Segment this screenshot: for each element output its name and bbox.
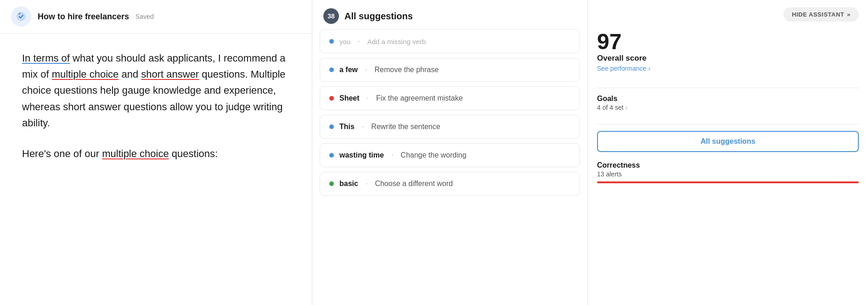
- suggestion-action-afew: Remove the phrase: [374, 66, 439, 74]
- document-header: How to hire freelancers Saved: [0, 0, 312, 34]
- doc-title: How to hire freelancers: [38, 12, 129, 22]
- suggestion-action-sheet: Fix the agreement mistake: [376, 94, 463, 102]
- correctness-alerts: 13 alerts: [597, 170, 859, 178]
- left-panel: How to hire freelancers Saved In terms o…: [0, 0, 312, 305]
- goals-arrow-icon: ›: [626, 104, 628, 111]
- suggestion-sep-basic: ·: [366, 180, 367, 188]
- suggestion-word-sheet: Sheet: [339, 94, 360, 102]
- dot-blue-afew: [329, 68, 334, 72]
- divider-1: [597, 88, 859, 88]
- goals-title: Goals: [597, 95, 859, 103]
- dot-blue-you: [329, 39, 334, 44]
- logo-icon: [11, 6, 31, 27]
- suggestion-card-afew[interactable]: a few · Remove the phrase: [320, 58, 580, 82]
- dot-red-sheet: [329, 96, 334, 101]
- suggestion-sep-wasting: ·: [391, 151, 393, 159]
- see-performance-link[interactable]: See performance ›: [597, 65, 859, 72]
- dot-green-basic: [329, 181, 334, 186]
- suggestion-sep-sheet: ·: [367, 94, 369, 102]
- right-panel: HIDE ASSISTANT » 97 Overall score See pe…: [588, 0, 868, 305]
- suggestion-action-basic: Choose a different word: [375, 180, 453, 188]
- suggestions-count-badge: 38: [323, 8, 339, 24]
- hide-assistant-icon: »: [847, 11, 851, 18]
- divider-2: [597, 124, 859, 124]
- suggestions-list: you · Add a missing verb a few · Remove …: [312, 29, 587, 305]
- hide-assistant-label: HIDE ASSISTANT: [792, 11, 844, 18]
- highlighted-phrase-in-terms: In terms of: [22, 52, 70, 64]
- suggestion-action-you: Add a missing verb: [367, 38, 426, 45]
- goals-sub-link[interactable]: 4 of 4 set ›: [597, 104, 859, 111]
- dot-blue-wasting: [329, 153, 334, 158]
- correctness-section: Correctness 13 alerts: [597, 161, 859, 183]
- hide-assistant-button[interactable]: HIDE ASSISTANT »: [783, 7, 859, 22]
- correctness-bar: [597, 181, 859, 183]
- suggestion-word-this: This: [339, 123, 355, 131]
- highlighted-phrase-multiple-choice-2: multiple choice: [102, 148, 169, 159]
- editor-area[interactable]: In terms of what you should ask applican…: [0, 34, 312, 305]
- suggestions-header: 38 All suggestions: [312, 0, 587, 29]
- all-suggestions-button[interactable]: All suggestions: [597, 131, 859, 152]
- suggestion-card-basic[interactable]: basic · Choose a different word: [320, 172, 580, 196]
- highlighted-phrase-short-answer: short answer: [141, 68, 199, 80]
- suggestion-card-sheet[interactable]: Sheet · Fix the agreement mistake: [320, 86, 580, 110]
- suggestion-sep-this: ·: [362, 123, 364, 131]
- overall-score-label: Overall score: [597, 54, 859, 63]
- goals-section: Goals 4 of 4 set ›: [597, 95, 859, 111]
- suggestions-title: All suggestions: [344, 11, 413, 22]
- suggestion-word-wasting: wasting time: [339, 151, 384, 159]
- overall-score-number: 97: [597, 31, 859, 53]
- suggestion-word-you: you: [339, 38, 350, 45]
- suggestion-card-wasting[interactable]: wasting time · Change the wording: [320, 143, 580, 167]
- editor-paragraph-2: Here's one of our multiple choice questi…: [22, 146, 290, 162]
- saved-badge: Saved: [135, 13, 154, 20]
- dot-blue-this: [329, 124, 334, 129]
- goals-count: 4 of 4 set: [597, 104, 624, 111]
- editor-paragraph-1: In terms of what you should ask applican…: [22, 50, 290, 131]
- suggestion-action-wasting: Change the wording: [400, 151, 466, 159]
- chevron-right-icon: ›: [648, 65, 650, 72]
- suggestion-word-basic: basic: [339, 180, 358, 188]
- highlighted-phrase-multiple-choice: multiple choice: [52, 68, 119, 80]
- middle-panel: 38 All suggestions you · Add a missing v…: [312, 0, 588, 305]
- suggestion-sep-you: ·: [358, 37, 360, 45]
- suggestion-card-you[interactable]: you · Add a missing verb: [320, 29, 580, 53]
- suggestion-sep-afew: ·: [365, 66, 367, 74]
- suggestion-action-this: Rewrite the sentence: [371, 123, 440, 131]
- score-section: 97 Overall score See performance ›: [597, 31, 859, 72]
- suggestion-card-this[interactable]: This · Rewrite the sentence: [320, 115, 580, 139]
- suggestion-word-afew: a few: [339, 66, 358, 74]
- correctness-title: Correctness: [597, 161, 859, 169]
